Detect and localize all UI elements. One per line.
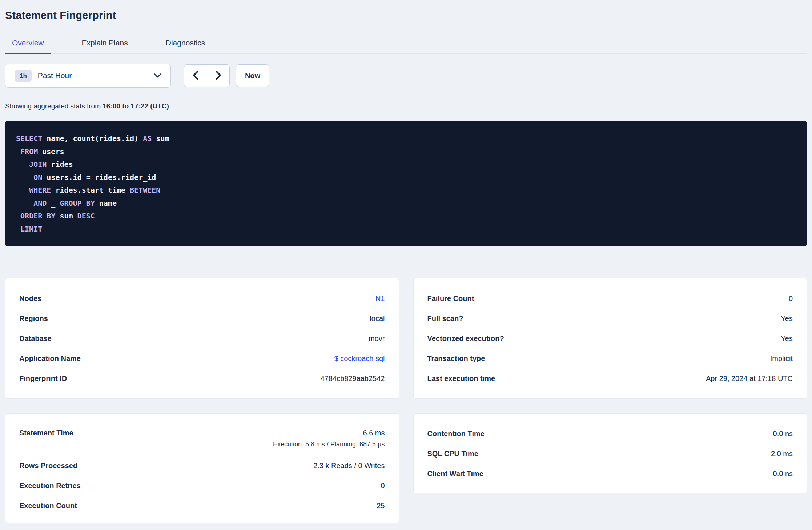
sql-text xyxy=(16,199,33,208)
sql-text xyxy=(16,147,20,156)
tab-explain-plans[interactable]: Explain Plans xyxy=(75,34,135,53)
tab-diagnostics[interactable]: Diagnostics xyxy=(159,34,212,53)
sql-text: rides xyxy=(47,160,73,169)
row-value-wrap: $ cockroach sql xyxy=(334,354,385,363)
sql-line: AND _ GROUP BY name xyxy=(16,197,796,210)
sql-line: WHERE rides.start_time BETWEEN _ xyxy=(16,184,796,197)
aggregated-stats-line: Showing aggregated stats from 16:00 to 1… xyxy=(5,102,807,110)
sql-text: sum xyxy=(152,134,169,143)
card-row-transaction-type: Transaction typeImplicit xyxy=(427,349,793,369)
time-range-label: Past Hour xyxy=(38,71,72,80)
row-value-link[interactable]: $ cockroach sql xyxy=(334,354,385,363)
sql-keyword: LIMIT xyxy=(20,225,42,233)
row-value: local xyxy=(370,314,385,323)
sql-text: sum xyxy=(55,212,77,220)
wait-times-card: Contention Time0.0 nsSQL CPU Time2.0 msC… xyxy=(413,413,807,493)
row-value-wrap: 0.0 ns xyxy=(773,470,793,478)
sql-text: _ xyxy=(160,186,169,194)
sql-line: LIMIT _ xyxy=(16,223,796,236)
row-label: SQL CPU Time xyxy=(427,450,478,458)
card-row-full-scan: Full scan?Yes xyxy=(427,309,793,329)
next-time-button[interactable] xyxy=(207,65,229,87)
stats-cards-grid: NodesN1RegionslocalDatabasemovrApplicati… xyxy=(5,278,807,523)
row-label: Statement Time xyxy=(19,429,73,437)
chevron-right-icon xyxy=(215,71,222,81)
sql-keyword: JOIN xyxy=(29,160,47,169)
tab-bar: OverviewExplain PlansDiagnostics xyxy=(5,34,807,54)
row-value: 0.0 ns xyxy=(773,470,793,478)
row-value-wrap: Implicit xyxy=(770,354,793,363)
sql-text: _ xyxy=(47,199,60,208)
sql-keyword: FROM xyxy=(20,147,38,156)
row-value-wrap: 0 xyxy=(381,482,385,490)
statement-details-card: NodesN1RegionslocalDatabasemovrApplicati… xyxy=(5,278,399,399)
sql-text: rides.start_time xyxy=(51,186,130,194)
stats-line-range: 16:00 to 17:22 (UTC) xyxy=(102,102,169,110)
tab-overview[interactable]: Overview xyxy=(5,34,51,53)
sql-keyword: WHERE xyxy=(29,186,51,194)
row-value-wrap: 25 xyxy=(377,502,385,510)
chevron-down-icon xyxy=(153,73,162,78)
row-value-wrap: N1 xyxy=(375,294,385,303)
card-row-sql-cpu-time: SQL CPU Time2.0 ms xyxy=(427,444,793,464)
statement-fingerprint-page: Statement Fingerprint OverviewExplain Pl… xyxy=(0,0,812,523)
sql-keyword: AS xyxy=(143,134,152,143)
card-row-execution-count: Execution Count25 xyxy=(19,496,385,516)
card-row-vectorized-execution: Vectorized execution?Yes xyxy=(427,329,793,349)
row-value-link[interactable]: N1 xyxy=(375,294,385,303)
sql-text xyxy=(16,173,33,182)
row-value-wrap: 4784cb829aab2542 xyxy=(321,374,385,383)
sql-keyword: ON xyxy=(33,173,42,182)
row-label: Rows Processed xyxy=(19,462,77,470)
row-label: Application Name xyxy=(19,354,81,363)
sql-text: name xyxy=(95,199,117,208)
card-row-regions: Regionslocal xyxy=(19,309,385,329)
card-row-last-execution-time: Last execution timeApr 29, 2024 at 17:18… xyxy=(427,369,793,389)
prev-time-button[interactable] xyxy=(184,65,207,87)
row-value: 4784cb829aab2542 xyxy=(321,374,385,383)
execution-stats-card: Statement Time6.6 msExecution: 5.8 ms / … xyxy=(5,413,399,523)
row-value: 0 xyxy=(381,482,385,490)
time-range-dropdown[interactable]: 1h Past Hour xyxy=(5,64,171,88)
left-column: NodesN1RegionslocalDatabasemovrApplicati… xyxy=(5,278,399,523)
row-value-wrap: 2.3 k Reads / 0 Writes xyxy=(313,462,385,470)
card-row-fingerprint-id: Fingerprint ID4784cb829aab2542 xyxy=(19,369,385,389)
card-row-client-wait-time: Client Wait Time0.0 ns xyxy=(427,464,793,484)
row-value: Implicit xyxy=(770,354,793,363)
sql-text xyxy=(16,160,29,169)
row-value-wrap: 6.6 msExecution: 5.8 ms / Planning: 687.… xyxy=(273,429,385,448)
sql-text xyxy=(16,186,29,194)
row-label: Client Wait Time xyxy=(427,470,483,478)
time-controls: 1h Past Hour xyxy=(5,64,807,88)
sql-text: users.id = rides.rider_id xyxy=(42,173,156,182)
row-label: Transaction type xyxy=(427,354,485,363)
sql-keyword: GROUP BY xyxy=(60,199,95,208)
now-button[interactable]: Now xyxy=(236,64,269,87)
sql-keyword: SELECT xyxy=(16,134,42,143)
row-label: Execution Retries xyxy=(19,482,81,490)
row-value: Yes xyxy=(781,314,793,323)
card-row-nodes: NodesN1 xyxy=(19,289,385,309)
row-value-wrap: Yes xyxy=(781,334,793,343)
row-value: 2.3 k Reads / 0 Writes xyxy=(313,462,385,470)
sql-text: _ xyxy=(42,225,51,233)
sql-keyword: AND xyxy=(33,199,47,208)
sql-line: ON users.id = rides.rider_id xyxy=(16,171,796,184)
row-value-wrap: Apr 29, 2024 at 17:18 UTC xyxy=(706,374,793,383)
row-label: Database xyxy=(19,334,52,343)
row-value-wrap: movr xyxy=(369,334,385,343)
stats-line-prefix: Showing aggregated stats from xyxy=(5,102,102,110)
sql-statement-box: SELECT name, count(rides.id) AS sum FROM… xyxy=(5,121,807,246)
row-value: 2.0 ms xyxy=(771,450,793,458)
row-label: Regions xyxy=(19,314,48,323)
card-row-failure-count: Failure Count0 xyxy=(427,289,793,309)
row-value-wrap: local xyxy=(370,314,385,323)
sql-line: JOIN rides xyxy=(16,158,796,171)
sql-keyword: DESC xyxy=(77,212,95,220)
time-range-badge: 1h xyxy=(15,70,32,82)
sql-keyword: ORDER BY xyxy=(20,212,55,220)
card-row-rows-processed: Rows Processed2.3 k Reads / 0 Writes xyxy=(19,456,385,476)
sql-text xyxy=(16,225,20,233)
row-value-wrap: 0.0 ns xyxy=(773,430,793,438)
row-label: Failure Count xyxy=(427,294,474,303)
